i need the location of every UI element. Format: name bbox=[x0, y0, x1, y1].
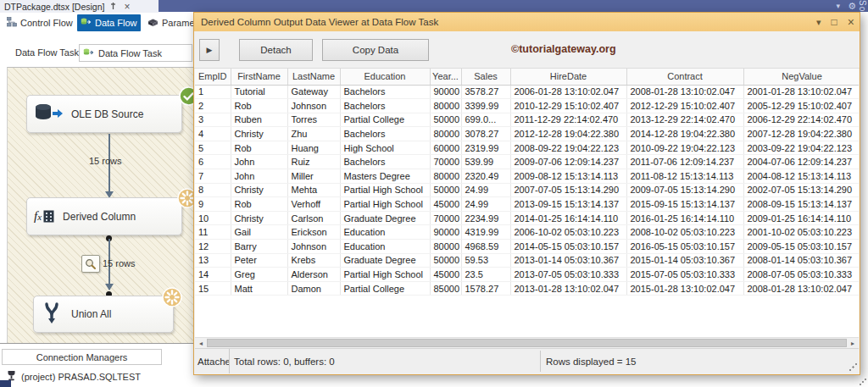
table-cell: 7 bbox=[195, 169, 231, 184]
table-cell: 2320.49 bbox=[461, 169, 510, 184]
expand-button[interactable]: ▶ bbox=[199, 39, 220, 61]
table-cell: 50000 bbox=[430, 253, 461, 268]
node-union-all[interactable]: Union All bbox=[33, 296, 174, 333]
data-flow-canvas[interactable]: OLE DB Source 15 rows fx Derived Column bbox=[7, 67, 193, 343]
window-resize-grip[interactable] bbox=[859, 378, 866, 385]
row-count-label: 15 rows bbox=[103, 258, 136, 268]
chevron-down-icon[interactable]: ▾ bbox=[837, 2, 841, 10]
table-cell: Barry bbox=[231, 240, 287, 254]
table-row[interactable]: 14GregAldersonPartial High School4500023… bbox=[195, 268, 859, 282]
solution-explorer-vertical-tab[interactable]: So bbox=[858, 0, 867, 12]
table-cell: 2234.99 bbox=[461, 211, 510, 225]
table-cell: 2015-07-05 05:03:10.333 bbox=[626, 268, 743, 282]
table-cell: Mehta bbox=[287, 183, 340, 197]
table-cell: Christy bbox=[231, 127, 287, 141]
table-row[interactable]: 10ChristyCarlsonGraduate Degree700002234… bbox=[195, 211, 859, 225]
table-cell: 3078.27 bbox=[461, 127, 510, 141]
connection-managers-header[interactable]: Connection Managers bbox=[2, 349, 162, 365]
table-cell: 3578.27 bbox=[461, 85, 510, 99]
table-row[interactable]: 12BarryJohnsonEducation800004968.592014-… bbox=[195, 240, 859, 254]
table-cell: 2009-08-12 15:13:14.113 bbox=[510, 169, 626, 184]
table-row[interactable]: 5RobHuangHigh School600002319.992008-09-… bbox=[195, 141, 859, 155]
task-selector-combo[interactable]: Data Flow Task bbox=[79, 44, 192, 62]
connector-arrow bbox=[105, 284, 114, 290]
scroll-left-icon[interactable]: ◂ bbox=[195, 338, 207, 348]
column-header-contract[interactable]: Contract bbox=[626, 69, 743, 85]
connection-managers-pane: Connection Managers (project) PRASAD.SQL… bbox=[0, 343, 193, 387]
dialog-title-bar[interactable]: Derived Column Output Data Viewer at Dat… bbox=[194, 13, 860, 31]
table-cell: 2319.99 bbox=[461, 141, 510, 155]
dialog-status-bar: Attache Total rows: 0, buffers: 0 Rows d… bbox=[195, 348, 859, 373]
table-cell: 2008-01-28 13:10:02.047 bbox=[743, 281, 859, 296]
maximize-icon[interactable]: □ bbox=[832, 16, 837, 28]
table-row[interactable]: 2RobJohnsonBachelors800003399.992010-12-… bbox=[195, 99, 859, 113]
data-viewer-button[interactable] bbox=[81, 255, 100, 273]
table-cell: Bachelors bbox=[340, 127, 430, 141]
node-label: OLE DB Source bbox=[71, 108, 143, 120]
table-row[interactable]: 4ChristyZhuBachelors800003078.272012-12-… bbox=[195, 127, 859, 141]
tab-data-flow[interactable]: Data Flow bbox=[77, 14, 141, 31]
node-label: Union All bbox=[71, 308, 111, 320]
table-cell: 2013-07-05 05:03:10.333 bbox=[510, 268, 626, 282]
table-row[interactable]: 9RobVerhoffPartial High School4500024.99… bbox=[195, 197, 859, 212]
table-cell: 2011-12-29 22:14:02.470 bbox=[510, 113, 626, 127]
gear-icon[interactable]: ⚙ bbox=[848, 1, 856, 12]
detach-button[interactable]: Detach bbox=[239, 39, 313, 61]
status-rows-displayed: Rows displayed = 15 bbox=[546, 349, 636, 373]
dialog-resize-grip[interactable] bbox=[849, 362, 857, 371]
close-icon[interactable]: × bbox=[124, 3, 130, 11]
column-header-yearlyincome[interactable]: Year... bbox=[430, 69, 461, 85]
table-row[interactable]: 1TutorialGatewayBachelors900003578.27200… bbox=[195, 85, 859, 99]
table-cell: Ruiz bbox=[287, 155, 340, 169]
table-cell: 60000 bbox=[430, 141, 461, 155]
table-row[interactable]: 6JohnRuizBachelors70000539.992009-07-06 … bbox=[195, 155, 859, 169]
copy-data-button[interactable]: Copy Data bbox=[322, 39, 429, 61]
table-cell: Partial High School bbox=[340, 268, 430, 282]
node-derived-column[interactable]: fx Derived Column bbox=[26, 197, 182, 235]
table-cell: 2009-07-05 15:13:14.290 bbox=[626, 183, 743, 197]
table-cell: 70000 bbox=[430, 155, 461, 169]
horizontal-scrollbar[interactable]: ◂ ▸ bbox=[195, 337, 859, 348]
table-cell: 10 bbox=[195, 211, 231, 225]
connection-manager-item[interactable]: (project) PRASAD.SQLTEST bbox=[7, 370, 141, 383]
table-cell: Partial High School bbox=[340, 197, 430, 212]
table-row[interactable]: 11GailEricksonEducation900004319.992006-… bbox=[195, 225, 859, 240]
chevron-down-icon[interactable]: ▾ bbox=[816, 17, 821, 28]
union-all-icon bbox=[41, 301, 63, 328]
table-row[interactable]: 8ChristyMehtaPartial High School5000024.… bbox=[195, 183, 859, 197]
table-cell: 2014-01-25 16:14:14.110 bbox=[510, 211, 626, 225]
document-tab[interactable]: DTPackage.dtsx [Design] × bbox=[0, 0, 159, 13]
table-cell: Education bbox=[340, 225, 430, 240]
column-header-education[interactable]: Education bbox=[340, 69, 430, 85]
table-cell: 11 bbox=[195, 225, 231, 240]
data-grid[interactable]: EmpID FirstName LastName Education Year.… bbox=[195, 69, 859, 337]
table-cell: 2 bbox=[195, 99, 231, 113]
task-selector-label: Data Flow Task: bbox=[15, 47, 81, 58]
scrollbar-thumb[interactable] bbox=[207, 339, 847, 347]
table-row[interactable]: 13PeterKrebsGraduate Degree5000059.53201… bbox=[195, 253, 859, 268]
connection-manager-label: (project) PRASAD.SQLTEST bbox=[21, 372, 141, 382]
table-cell: 80000 bbox=[430, 127, 461, 141]
table-cell: Gail bbox=[231, 225, 287, 240]
column-header-empid[interactable]: EmpID bbox=[195, 69, 231, 85]
column-header-hiredate[interactable]: HireDate bbox=[510, 69, 626, 85]
column-header-negvalue[interactable]: NegValue bbox=[743, 69, 859, 85]
magnifier-icon bbox=[85, 258, 97, 270]
table-cell: 2011-07-06 12:09:14.237 bbox=[626, 155, 743, 169]
column-header-lastname[interactable]: LastName bbox=[287, 69, 340, 85]
table-cell: 2010-09-22 19:04:22.123 bbox=[626, 141, 743, 155]
tab-parameters[interactable]: Parame bbox=[144, 14, 198, 31]
table-row[interactable]: 3RubenTorresPartial College50000699.0...… bbox=[195, 113, 859, 127]
scroll-right-icon[interactable]: ▸ bbox=[847, 338, 859, 348]
close-icon[interactable]: × bbox=[848, 15, 854, 29]
tab-control-flow[interactable]: Control Flow bbox=[3, 14, 76, 31]
node-ole-db-source[interactable]: OLE DB Source bbox=[26, 95, 182, 133]
table-cell: High School bbox=[340, 141, 430, 155]
table-cell: Ruben bbox=[231, 113, 287, 127]
pin-icon[interactable] bbox=[110, 2, 118, 12]
column-header-firstname[interactable]: FirstName bbox=[231, 69, 287, 85]
table-cell: 2008-01-28 13:10:02.047 bbox=[626, 85, 743, 99]
column-header-sales[interactable]: Sales bbox=[461, 69, 510, 85]
table-row[interactable]: 15MattDamonPartial College850001578.2720… bbox=[195, 281, 859, 296]
table-row[interactable]: 7JohnMillerMasters Degree800002320.49200… bbox=[195, 169, 859, 184]
